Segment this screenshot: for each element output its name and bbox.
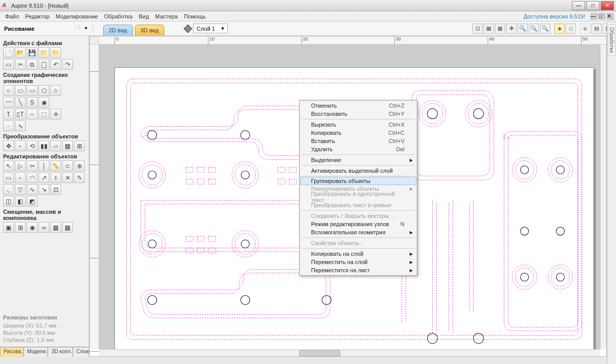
curve-tool[interactable]: ∿ bbox=[15, 120, 26, 131]
text-block-tool[interactable]: ▯T bbox=[15, 109, 26, 119]
group-tool[interactable]: ▭ bbox=[3, 172, 14, 183]
menu-modeling[interactable]: Моделирование bbox=[52, 12, 101, 21]
line-tool[interactable]: ╲ bbox=[15, 97, 26, 108]
zoom-ext[interactable]: 🔍 bbox=[540, 24, 550, 34]
distort-tool[interactable]: ▱ bbox=[50, 140, 61, 151]
zoom-fit[interactable]: 🔍 bbox=[529, 24, 539, 34]
btab-3dcoll[interactable]: 3D колл... bbox=[48, 347, 72, 357]
select-tool[interactable]: ↖ bbox=[3, 160, 14, 171]
menu-help[interactable]: Помощь bbox=[181, 12, 209, 21]
open-file-button[interactable]: 📂 bbox=[15, 47, 26, 58]
ctx-выделение[interactable]: Выделение▶ bbox=[301, 156, 416, 164]
stamp-tool[interactable]: ✢ bbox=[50, 109, 61, 119]
point-tool[interactable]: · bbox=[3, 120, 14, 131]
star-tool[interactable]: ☆ bbox=[50, 85, 61, 96]
tab-3d-view[interactable]: 3D вид bbox=[135, 25, 165, 35]
tab-2d-view[interactable]: 2D вид bbox=[103, 25, 133, 35]
save-file-button[interactable]: 💾 bbox=[27, 47, 37, 58]
dim-tool[interactable]: ↔ bbox=[27, 109, 37, 119]
nest-tool[interactable]: ▦ bbox=[50, 222, 61, 233]
wrap-tool[interactable]: ⊡ bbox=[50, 184, 61, 195]
zoom-tool[interactable]: 🔍 bbox=[517, 24, 528, 34]
max-icon[interactable]: □ bbox=[599, 13, 606, 20]
maximize-button[interactable]: □ bbox=[586, 1, 600, 10]
undo-button[interactable]: ↶ bbox=[50, 59, 61, 70]
restore-icon[interactable]: — bbox=[590, 13, 598, 20]
join-tool[interactable]: ⊂ bbox=[62, 160, 73, 171]
origin-toggle[interactable]: ✥ bbox=[506, 24, 516, 34]
redo-button[interactable]: ↷ bbox=[62, 59, 73, 70]
offset-tool[interactable]: ▣ bbox=[3, 222, 14, 233]
ctx-копировать[interactable]: КопироватьCtrl+C bbox=[301, 129, 416, 137]
ctx-вспомогательная-геометрия[interactable]: Вспомогательная геометрия▶ bbox=[301, 228, 416, 236]
ctx-вырезать[interactable]: ВырезатьCtrl+X bbox=[301, 120, 416, 129]
ungroup-tool[interactable]: ▫ bbox=[15, 172, 26, 183]
close-doc-icon[interactable]: ✕ bbox=[607, 13, 614, 20]
dropdown-icon[interactable]: ▾ bbox=[82, 25, 89, 32]
scrollbar-horizontal[interactable] bbox=[99, 349, 600, 356]
copy-button[interactable]: ⧉ bbox=[27, 59, 37, 70]
array-path-tool[interactable]: ∞ bbox=[38, 222, 49, 233]
polygon-tool[interactable]: ⬠ bbox=[38, 85, 49, 96]
arc-tool[interactable]: ◟ bbox=[3, 184, 14, 195]
btab-modeling[interactable]: Модели... bbox=[24, 347, 48, 357]
menu-editor[interactable]: Редактор bbox=[22, 12, 52, 21]
ctx-группировать-объекты[interactable]: Группировать объекты bbox=[300, 177, 416, 185]
merge-tool[interactable]: ◫ bbox=[3, 196, 14, 207]
trim-tool[interactable]: ✂ bbox=[27, 160, 37, 171]
menu-gadgets[interactable]: Мастера bbox=[152, 12, 181, 21]
job-setup-button[interactable]: ▭ bbox=[3, 59, 14, 70]
circle-tool[interactable]: ○ bbox=[3, 85, 14, 96]
text-tool[interactable]: T bbox=[3, 109, 14, 119]
tile-h[interactable]: ▤ bbox=[591, 24, 602, 34]
plate-tool[interactable]: ▩ bbox=[62, 222, 73, 233]
ctx-удалить[interactable]: УдалитьDel bbox=[301, 145, 416, 153]
ctx-активировать-выделеный-слой[interactable]: Активировать выделеный слой bbox=[301, 167, 416, 175]
btab-drawing[interactable]: Рисова... bbox=[0, 347, 24, 357]
arrow-tool[interactable]: ➘ bbox=[38, 184, 49, 195]
version-banner[interactable]: Доступна версия 9.519! bbox=[524, 13, 589, 19]
btab-layers[interactable]: Слои bbox=[73, 347, 89, 357]
scrollbar-vertical[interactable] bbox=[600, 45, 606, 349]
ctx-вставить[interactable]: ВставитьCtrl+V bbox=[301, 137, 416, 145]
node-edit-tool[interactable]: ▷ bbox=[15, 160, 26, 171]
polyline-tool[interactable]: 〰 bbox=[3, 97, 14, 108]
intersect-tool[interactable]: ◩ bbox=[27, 196, 37, 207]
rect-tool[interactable]: ▭ bbox=[27, 85, 37, 96]
fit-tool[interactable]: ⊞ bbox=[74, 140, 85, 151]
fillet-tool[interactable]: ◠ bbox=[27, 172, 37, 183]
mirror-tool[interactable]: ▮▮ bbox=[38, 140, 49, 151]
ellipse-tool[interactable]: ⬭ bbox=[15, 85, 26, 96]
brush-tool[interactable]: ✎ bbox=[74, 172, 85, 183]
shade-tool[interactable]: ◉ bbox=[580, 24, 590, 34]
knife-tool[interactable]: │ bbox=[38, 160, 49, 171]
tri-tool[interactable]: ▽ bbox=[15, 184, 26, 195]
measure-tool[interactable]: 📏 bbox=[50, 160, 61, 171]
cut-button[interactable]: ✂ bbox=[15, 59, 26, 70]
bezier-tool[interactable]: ∿ bbox=[27, 184, 37, 195]
paste-button[interactable]: 📋 bbox=[38, 59, 49, 70]
ctx-отменить[interactable]: ОтменитьCtrl+Z bbox=[301, 102, 416, 110]
layer-selector[interactable]: Слой 1▾ bbox=[193, 24, 228, 33]
minimize-button[interactable]: — bbox=[572, 1, 585, 10]
extend-tool[interactable]: ↗ bbox=[38, 172, 49, 183]
ctx-режим-редактирования-узлов[interactable]: Режим редактирования узловN bbox=[301, 220, 416, 228]
trace-tool[interactable]: ⬚ bbox=[38, 109, 49, 119]
new-file-button[interactable]: 📄 bbox=[3, 47, 14, 58]
align-tool[interactable]: ▦ bbox=[62, 140, 73, 151]
pin-icon[interactable]: 📄 bbox=[74, 25, 81, 32]
plane-xy[interactable]: ◈ bbox=[554, 24, 565, 34]
menu-toolpaths[interactable]: Обработка bbox=[101, 12, 136, 21]
array-grid-tool[interactable]: ⊞ bbox=[15, 222, 26, 233]
close-button[interactable]: ✕ bbox=[601, 1, 614, 10]
scale-tool[interactable]: ▫ bbox=[15, 140, 26, 151]
toolpaths-tab[interactable]: Обработка bbox=[608, 25, 615, 55]
ctx-копировать-на-слой[interactable]: Копировать на слой▶ bbox=[301, 250, 416, 258]
array-circ-tool[interactable]: ◉ bbox=[27, 222, 37, 233]
grid2-toggle[interactable]: ▦ bbox=[495, 24, 505, 34]
snap-toggle[interactable]: ⊡ bbox=[472, 24, 483, 34]
menu-view[interactable]: Вид bbox=[136, 12, 152, 21]
fix-tool[interactable]: ✕ bbox=[62, 172, 73, 183]
import-button[interactable]: 📁 bbox=[38, 47, 49, 58]
spiral-tool[interactable]: S bbox=[27, 97, 37, 108]
